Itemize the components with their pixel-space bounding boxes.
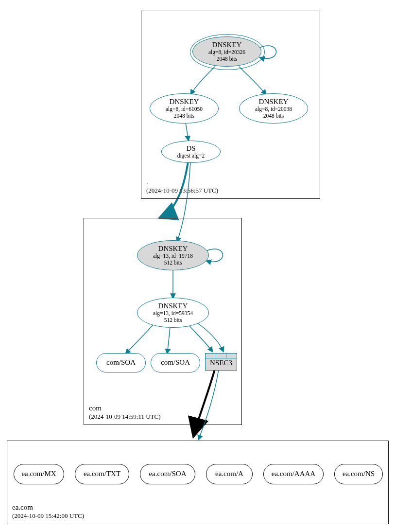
root-zsk-61050-sub1: alg=8, id=61050: [166, 106, 203, 112]
ea-rec-aaaa-label: ea.com/AAAA: [272, 470, 315, 478]
zone-ea-label: ea.com (2024-10-09 15:42:00 UTC): [12, 503, 84, 520]
zone-com-name: com: [89, 404, 161, 413]
zone-ea: ea.com (2024-10-09 15:42:00 UTC): [7, 441, 389, 524]
com-zsk-title: DNSKEY: [158, 302, 188, 310]
com-ksk-sub2: 512 bits: [164, 260, 182, 266]
zone-root-ts: (2024-10-09 13:56:57 UTC): [146, 187, 218, 195]
com-soa-2-label: com/SOA: [161, 358, 190, 367]
ea-rec-mx: ea.com/MX: [14, 464, 64, 484]
root-zsk-20038-title: DNSKEY: [259, 98, 289, 106]
ea-rec-ns-label: ea.com/NS: [343, 470, 375, 478]
ea-rec-txt-label: ea.com/TXT: [84, 470, 120, 478]
ea-rec-soa: ea.com/SOA: [140, 464, 195, 484]
zone-root-label: . (2024-10-09 13:56:57 UTC): [146, 177, 218, 195]
com-ksk-title: DNSKEY: [158, 245, 188, 253]
root-zsk-20038-sub2: 2048 bits: [263, 113, 284, 119]
root-ksk-title: DNSKEY: [212, 41, 242, 49]
root-zsk-61050-title: DNSKEY: [170, 98, 199, 106]
zone-root-name: .: [146, 177, 218, 187]
root-ds-sub1: digest alg=2: [177, 153, 205, 159]
ea-rec-mx-label: ea.com/MX: [21, 470, 56, 478]
root-zsk-61050-sub2: 2048 bits: [174, 113, 195, 119]
root-ksk-sub2: 2048 bits: [217, 56, 238, 62]
root-ds-title: DS: [186, 144, 195, 153]
zone-com-ts: (2024-10-09 14:59:11 UTC): [89, 413, 161, 421]
root-zsk-20038: DNSKEY alg=8, id=20038 2048 bits: [239, 93, 308, 124]
zone-com-label: com (2024-10-09 14:59:11 UTC): [89, 404, 161, 421]
dnssec-chain-diagram: . (2024-10-09 13:56:57 UTC) DNSKEY alg=8…: [0, 0, 395, 532]
com-soa-1: com/SOA: [96, 353, 146, 372]
com-nsec3: NSEC3: [205, 353, 237, 371]
com-zsk-sub1: alg=13, id=59354: [153, 310, 193, 317]
ea-rec-a: ea.com/A: [206, 464, 253, 484]
root-ksk: DNSKEY alg=8, id=20326 2048 bits: [192, 36, 261, 67]
com-soa-2: com/SOA: [151, 353, 200, 372]
ea-rec-a-label: ea.com/A: [215, 470, 243, 478]
com-zsk-sub2: 512 bits: [164, 317, 182, 323]
root-ds: DS digest alg=2: [161, 141, 221, 163]
com-soa-1-label: com/SOA: [106, 358, 136, 367]
ea-rec-txt: ea.com/TXT: [75, 464, 129, 484]
ea-rec-aaaa: ea.com/AAAA: [263, 464, 324, 484]
com-zsk: DNSKEY alg=13, id=59354 512 bits: [137, 298, 209, 328]
com-ksk: DNSKEY alg=13, id=19718 512 bits: [137, 240, 209, 270]
com-nsec3-label: NSEC3: [206, 358, 237, 367]
root-ksk-sub1: alg=8, id=20326: [208, 49, 245, 55]
ea-rec-soa-label: ea.com/SOA: [149, 470, 186, 478]
zone-ea-name: ea.com: [12, 503, 84, 512]
root-zsk-20038-sub1: alg=8, id=20038: [255, 106, 292, 112]
nsec3-tabs: [206, 354, 237, 358]
ea-rec-ns: ea.com/NS: [334, 464, 383, 484]
zone-ea-ts: (2024-10-09 15:42:00 UTC): [12, 512, 84, 520]
com-ksk-sub1: alg=13, id=19718: [153, 253, 193, 259]
root-zsk-61050: DNSKEY alg=8, id=61050 2048 bits: [150, 93, 219, 124]
